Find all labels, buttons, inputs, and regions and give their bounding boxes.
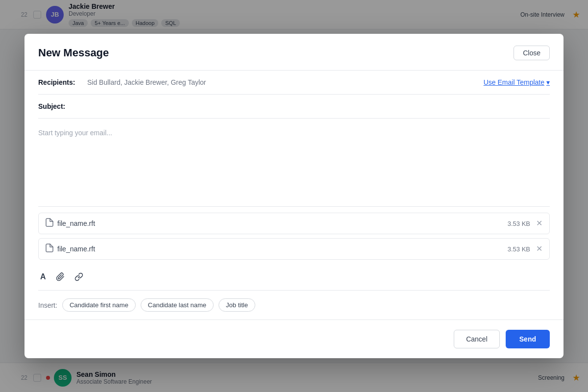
remove-attachment-button[interactable]: ✕	[536, 245, 542, 253]
attachment-size: 3.53 KB	[508, 220, 530, 227]
subject-input[interactable]	[87, 102, 550, 110]
attachment-right: 3.53 KB ✕	[508, 220, 542, 227]
bold-text-button[interactable]: A	[38, 270, 48, 283]
attachments-section: file_name.rft 3.53 KB ✕	[38, 207, 550, 260]
modal-body: Recipients: Sid Bullard, Jackie Brewer, …	[24, 71, 564, 319]
insert-candidate-first-name-button[interactable]: Candidate first name	[62, 298, 136, 312]
file-icon	[46, 218, 53, 229]
insert-row: Insert: Candidate first name Candidate l…	[38, 291, 550, 319]
modal-title: New Message	[38, 47, 109, 59]
email-body-placeholder: Start typing your email...	[38, 129, 112, 137]
close-button[interactable]: Close	[514, 46, 550, 60]
send-button[interactable]: Send	[506, 330, 550, 348]
attachment-left: file_name.rft	[46, 218, 95, 229]
email-body[interactable]: Start typing your email...	[38, 119, 550, 207]
attachment-item: file_name.rft 3.53 KB ✕	[38, 238, 550, 260]
attachment-item: file_name.rft 3.53 KB ✕	[38, 213, 550, 234]
new-message-modal: New Message Close Recipients: Sid Bullar…	[24, 34, 564, 358]
attachment-size: 3.53 KB	[508, 245, 530, 253]
subject-row: Subject:	[38, 95, 550, 119]
insert-label: Insert:	[38, 301, 57, 309]
subject-label: Subject:	[38, 102, 87, 110]
attachment-name: file_name.rft	[57, 220, 95, 227]
file-icon	[46, 244, 53, 254]
attachment-button[interactable]	[54, 270, 67, 283]
recipients-value: Sid Bullard, Jackie Brewer, Greg Taylor	[87, 78, 484, 86]
modal-header: New Message Close	[24, 34, 564, 71]
remove-attachment-button[interactable]: ✕	[536, 220, 542, 227]
recipients-row: Recipients: Sid Bullard, Jackie Brewer, …	[38, 71, 550, 95]
insert-candidate-last-name-button[interactable]: Candidate last name	[141, 298, 214, 312]
insert-job-title-button[interactable]: Job title	[219, 298, 255, 312]
attachment-name: file_name.rft	[57, 245, 95, 253]
attachment-right: 3.53 KB ✕	[508, 245, 542, 253]
use-email-template-button[interactable]: Use Email Template ▾	[484, 78, 550, 86]
modal-footer: Cancel Send	[24, 319, 564, 358]
link-button[interactable]	[73, 270, 85, 283]
modal-overlay: New Message Close Recipients: Sid Bullar…	[0, 0, 588, 392]
use-template-label: Use Email Template	[484, 78, 544, 86]
recipients-label: Recipients:	[38, 78, 87, 86]
cancel-button[interactable]: Cancel	[454, 330, 500, 348]
editor-toolbar: A	[38, 264, 550, 291]
chevron-down-icon: ▾	[546, 78, 550, 86]
attachment-left: file_name.rft	[46, 244, 95, 254]
